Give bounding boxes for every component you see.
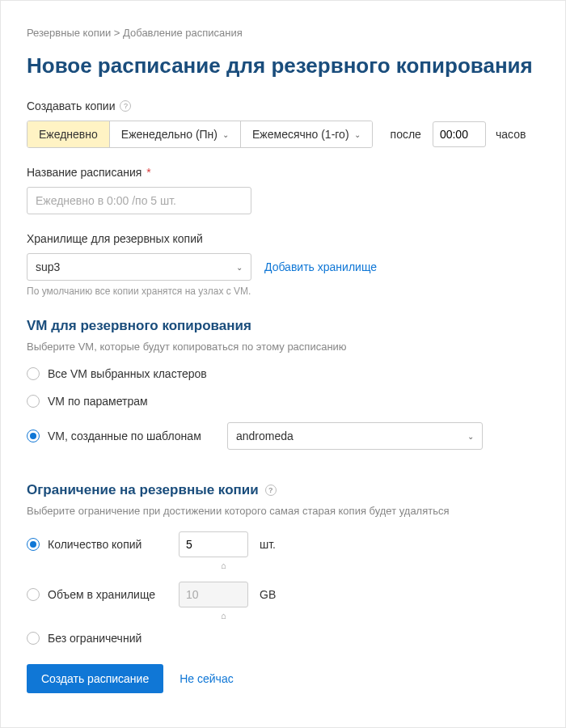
radio-icon[interactable] <box>27 430 40 442</box>
limit-count-row[interactable]: Количество копий шт. <box>27 531 539 557</box>
freq-monthly-button[interactable]: Ежемесячно (1-го) ⌄ <box>241 121 372 147</box>
vm-opt-params-row[interactable]: VM по параметрам <box>27 395 539 408</box>
actions-row: Создать расписание Не сейчас <box>27 664 539 693</box>
after-label: после <box>391 128 421 141</box>
count-unit: шт. <box>260 538 276 551</box>
breadcrumb-current: Добавление расписания <box>123 27 243 39</box>
vm-opt-params-label[interactable]: VM по параметрам <box>48 395 148 408</box>
vm-heading: VM для резервного копирования <box>27 318 539 334</box>
page-title: Новое расписание для резервного копирова… <box>27 53 539 78</box>
help-icon[interactable]: ? <box>120 100 131 112</box>
vm-opt-templates-label[interactable]: VM, созданные по шаблонам <box>48 430 219 442</box>
radio-icon[interactable] <box>27 538 40 551</box>
submit-button[interactable]: Создать расписание <box>27 664 163 693</box>
limit-count-label[interactable]: Количество копий <box>48 538 171 551</box>
breadcrumb-parent[interactable]: Резервные копии <box>27 27 111 39</box>
schedule-name-input[interactable] <box>27 187 251 214</box>
limit-volume-row[interactable]: Объем в хранилище GB <box>27 582 539 607</box>
radio-icon[interactable] <box>27 395 40 408</box>
vm-opt-all-label[interactable]: Все VM выбранных кластеров <box>48 367 207 380</box>
storage-hint: По умолчанию все копии хранятся на узлах… <box>27 286 539 297</box>
freq-daily-button[interactable]: Ежедневно <box>27 121 110 147</box>
chevron-down-icon: ⌄ <box>222 130 229 139</box>
time-input[interactable] <box>433 121 486 147</box>
limits-sub: Выберите ограничение при достижении кото… <box>27 505 539 517</box>
template-select[interactable]: andromeda ⌄ <box>227 422 483 450</box>
breadcrumb-sep: > <box>114 27 120 39</box>
volume-unit: GB <box>260 588 276 601</box>
home-icon: ⌂ <box>221 561 539 570</box>
add-storage-link[interactable]: Добавить хранилище <box>264 260 377 273</box>
required-mark: * <box>146 166 150 179</box>
vm-sub: Выберите VM, которые будут копироваться … <box>27 341 539 353</box>
limits-heading: Ограничение на резервные копии ? <box>27 482 539 498</box>
hours-label: часов <box>496 128 526 141</box>
radio-icon[interactable] <box>27 367 40 380</box>
frequency-group: Ежедневно Еженедельно (Пн) ⌄ Ежемесячно … <box>27 121 373 148</box>
home-icon: ⌂ <box>221 611 539 620</box>
limit-none-row[interactable]: Без ограничечний <box>27 632 539 645</box>
create-copies-label: Создавать копии ? <box>27 99 539 112</box>
cancel-link[interactable]: Не сейчас <box>180 672 233 685</box>
frequency-row: Ежедневно Еженедельно (Пн) ⌄ Ежемесячно … <box>27 121 539 148</box>
storage-label: Хранилище для резервных копий <box>27 232 539 245</box>
limit-volume-label[interactable]: Объем в хранилище <box>48 588 171 601</box>
chevron-down-icon: ⌄ <box>467 432 474 441</box>
schedule-name-label: Название расписания* <box>27 166 539 179</box>
vm-opt-all-row[interactable]: Все VM выбранных кластеров <box>27 367 539 380</box>
chevron-down-icon: ⌄ <box>236 263 243 272</box>
radio-icon[interactable] <box>27 632 40 645</box>
help-icon[interactable]: ? <box>265 485 277 496</box>
breadcrumb: Резервные копии > Добавление расписания <box>27 27 539 39</box>
vm-opt-templates-row[interactable]: VM, созданные по шаблонам andromeda ⌄ <box>27 422 539 450</box>
chevron-down-icon: ⌄ <box>354 130 361 139</box>
storage-row: sup3 ⌄ Добавить хранилище <box>27 253 539 281</box>
freq-weekly-button[interactable]: Еженедельно (Пн) ⌄ <box>110 121 241 147</box>
volume-input <box>179 582 248 607</box>
radio-icon[interactable] <box>27 588 40 601</box>
count-input[interactable] <box>179 531 248 557</box>
page: Резервные копии > Добавление расписания … <box>0 0 566 728</box>
limit-none-label[interactable]: Без ограничечний <box>48 632 171 645</box>
storage-select[interactable]: sup3 ⌄ <box>27 253 251 281</box>
